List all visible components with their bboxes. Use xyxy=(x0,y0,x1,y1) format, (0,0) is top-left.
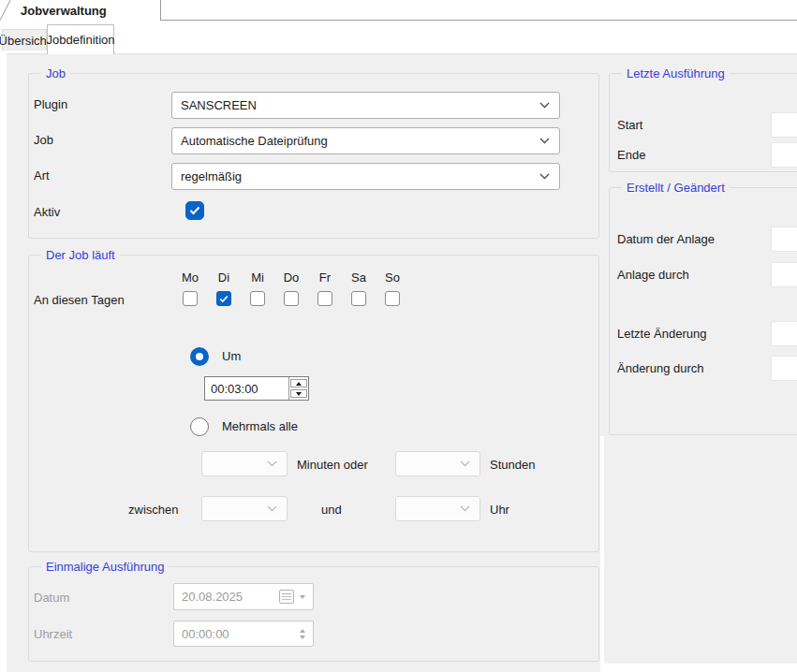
uhrzeit-value: 00:00:00 xyxy=(182,627,300,641)
job-select-value: Automatische Dateiprüfung xyxy=(181,134,328,148)
anlage-durch-label: Anlage durch xyxy=(617,268,689,283)
day-checkbox-mo[interactable] xyxy=(183,291,198,306)
aenderung-durch-label: Änderung durch xyxy=(617,361,704,376)
zwischen-bis-select[interactable] xyxy=(395,496,480,521)
plugin-select[interactable]: SANSCREEN xyxy=(171,92,560,119)
um-radio[interactable] xyxy=(190,347,209,366)
day-label: Di xyxy=(207,270,241,285)
bottom-margin-strip xyxy=(604,664,797,672)
day-label: Fr xyxy=(308,270,342,285)
aktiv-label: Aktiv xyxy=(34,205,60,220)
art-select-value: regelmäßig xyxy=(181,169,242,183)
art-select[interactable]: regelmäßig xyxy=(171,163,560,190)
day-label: Sa xyxy=(342,270,376,285)
job-select[interactable]: Automatische Dateiprüfung xyxy=(171,127,560,154)
und-label: und xyxy=(321,503,342,518)
chevron-down-icon xyxy=(460,460,470,467)
spinner-up-icon xyxy=(296,382,302,386)
uhr-label: Uhr xyxy=(490,503,509,518)
tab-jobverwaltung[interactable]: Jobverwaltung xyxy=(11,0,161,21)
stunden-select[interactable] xyxy=(395,451,480,476)
group-letzte-ausfuehrung-title: Letzte Ausführung xyxy=(622,66,730,81)
spinner-buttons xyxy=(300,629,305,639)
art-label: Art xyxy=(34,168,50,183)
plugin-select-value: SANSCREEN xyxy=(181,98,257,112)
group-job-title: Job xyxy=(41,66,70,81)
chevron-down-icon xyxy=(267,505,277,512)
um-label: Um xyxy=(222,349,241,364)
an-diesen-tagen-label: An diesen Tagen xyxy=(34,293,125,308)
group-erstellt-geaendert-title: Erstellt / Geändert xyxy=(622,180,730,196)
day-checkbox-fr[interactable] xyxy=(317,291,332,306)
datum-der-anlage-field xyxy=(771,226,797,252)
um-time-spinner[interactable]: 00:03:00 xyxy=(204,376,309,401)
plugin-label: Plugin xyxy=(34,97,67,112)
tab-uebersicht-label: Übersicht xyxy=(0,34,50,48)
mehrmals-alle-label: Mehrmals alle xyxy=(222,419,298,434)
minuten-select[interactable] xyxy=(201,451,288,476)
day-label: Mi xyxy=(241,270,274,285)
job-label: Job xyxy=(34,133,53,148)
day-label: So xyxy=(376,270,409,285)
zwischen-von-select[interactable] xyxy=(201,496,288,521)
spinner-up-button[interactable] xyxy=(290,379,307,387)
tab-uebersicht[interactable]: Übersicht xyxy=(2,29,47,51)
group-einmalige-ausfuehrung-title: Einmalige Ausführung xyxy=(41,559,169,575)
aenderung-durch-field xyxy=(771,356,797,381)
day-checkbox-sa[interactable] xyxy=(351,291,366,306)
chevron-down-icon xyxy=(267,460,277,467)
group-der-job-laeuft-title: Der Job läuft xyxy=(41,247,120,263)
day-label: Mo xyxy=(173,270,207,285)
um-time-value: 00:03:00 xyxy=(205,377,288,400)
stunden-label: Stunden xyxy=(490,458,535,473)
letzte-aenderung-label: Letzte Änderung xyxy=(617,327,706,342)
day-checkbox-do[interactable] xyxy=(284,291,299,306)
day-checkbox-so[interactable] xyxy=(385,291,400,306)
tab-jobdefinition-label: Jobdefinition xyxy=(47,33,115,47)
chevron-down-icon xyxy=(539,102,550,109)
calendar-icon xyxy=(279,590,294,604)
day-checkbox-mi[interactable] xyxy=(250,291,265,306)
chevron-down-icon xyxy=(539,138,550,144)
spinner-down-icon xyxy=(296,392,302,396)
mehrmals-alle-radio[interactable] xyxy=(190,417,209,436)
checkmark-icon xyxy=(189,204,200,218)
datum-label: Datum xyxy=(34,591,69,606)
caret-down-icon xyxy=(300,595,305,599)
anlage-durch-field xyxy=(771,262,797,287)
chevron-down-icon xyxy=(460,505,470,512)
zwischen-label: zwischen xyxy=(128,503,178,518)
day-checkbox-di[interactable] xyxy=(216,291,231,306)
ende-label: Ende xyxy=(617,148,645,163)
uhrzeit-label: Uhrzeit xyxy=(34,627,72,642)
tab-jobdefinition[interactable]: Jobdefinition xyxy=(47,24,114,54)
day-label: Do xyxy=(274,270,308,285)
spinner-up-icon xyxy=(300,629,305,633)
spinner-buttons xyxy=(288,377,308,400)
left-margin-strip xyxy=(0,53,7,672)
uhrzeit-spinner[interactable]: 00:00:00 xyxy=(173,621,314,647)
vertical-splitter[interactable] xyxy=(600,436,604,672)
group-einmalige-ausfuehrung: Einmalige Ausführung xyxy=(28,566,599,662)
ende-value-field xyxy=(771,142,797,168)
datum-datepicker[interactable]: 20.08.2025 xyxy=(173,583,314,610)
start-label: Start xyxy=(617,118,642,133)
letzte-aenderung-field xyxy=(771,321,797,346)
group-erstellt-geaendert: Erstellt / Geändert xyxy=(609,187,797,435)
start-value-field xyxy=(771,112,797,138)
chevron-down-icon xyxy=(539,173,550,180)
aktiv-checkbox[interactable] xyxy=(185,201,204,220)
minuten-oder-label: Minuten oder xyxy=(297,458,368,473)
tab-jobverwaltung-label: Jobverwaltung xyxy=(21,4,107,18)
checkmark-icon xyxy=(219,292,229,306)
spinner-down-button[interactable] xyxy=(290,389,307,398)
spinner-down-icon xyxy=(300,635,305,639)
datum-value: 20.08.2025 xyxy=(182,590,279,604)
datum-der-anlage-label: Datum der Anlage xyxy=(617,232,715,247)
jobverwaltung-window: Jobverwaltung Übersicht Jobdefinition Jo… xyxy=(0,0,797,672)
